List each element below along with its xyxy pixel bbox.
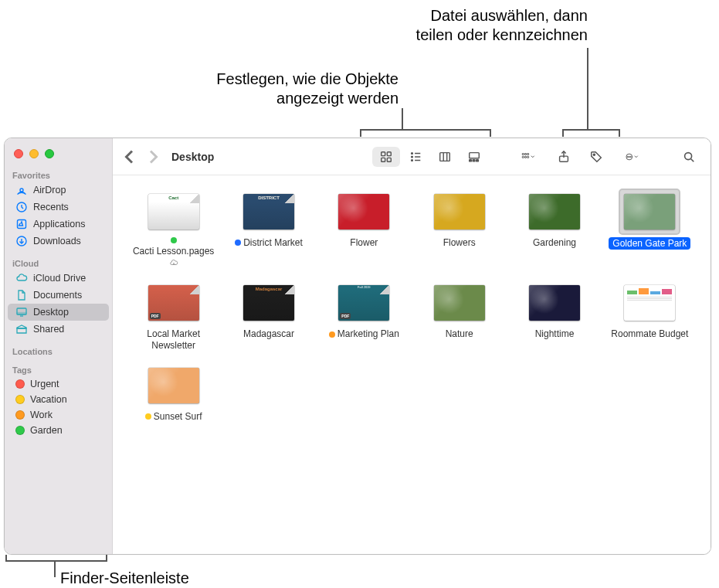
svg-point-33 [629, 156, 629, 157]
file-thumbnail: Fall 2019 PDF [334, 280, 394, 325]
back-button[interactable] [120, 148, 139, 166]
file-label-row: Sunset Surf [145, 411, 202, 422]
callout-line [360, 129, 491, 131]
sidebar-item-shared[interactable]: Shared [8, 321, 109, 338]
sidebar-tag-work[interactable]: Work [8, 407, 109, 423]
file-item[interactable]: Roommate Budget [605, 279, 695, 341]
tag-dot-icon [15, 379, 25, 389]
file-thumbnail [524, 189, 585, 234]
svg-point-32 [627, 156, 628, 157]
file-item[interactable]: DISTRICT District Market [223, 188, 314, 250]
forward-button[interactable] [144, 148, 162, 166]
callout-line [490, 129, 491, 137]
file-thumbnail: Cact [144, 189, 204, 234]
file-label: Flowers [443, 237, 476, 248]
file-label-row: Nighttime [535, 328, 575, 339]
file-label-row: Madagascar [243, 328, 294, 339]
file-item[interactable]: Golden Gate Park [605, 188, 695, 251]
sidebar-item-label: Desktop [33, 307, 69, 318]
svg-point-10 [412, 152, 413, 154]
callout-line [106, 555, 107, 562]
file-item[interactable]: Cact Cacti Lesson.pages [128, 188, 219, 270]
file-item[interactable]: Flower [319, 188, 409, 250]
minimize-button[interactable] [29, 149, 39, 158]
sidebar-tag-urgent[interactable]: Urgent [8, 376, 109, 392]
file-label-row: Roommate Budget [611, 328, 688, 339]
sidebar-header-locations: Locations [5, 342, 112, 358]
downloads-icon [15, 235, 28, 247]
sidebar-tag-vacation[interactable]: Vacation [8, 392, 109, 407]
tag-dot-icon [329, 331, 335, 338]
file-label-row: Gardening [533, 237, 576, 248]
more-actions-button[interactable] [615, 147, 649, 167]
svg-rect-28 [527, 156, 529, 158]
sidebar-item-label: iCloud Drive [33, 273, 86, 284]
file-area[interactable]: Cact Cacti Lesson.pages DISTRICT Distric… [113, 175, 711, 554]
file-label: Marketing Plan [337, 328, 399, 339]
tags-button[interactable] [582, 147, 610, 167]
search-button[interactable] [675, 147, 703, 167]
sidebar-header-tags: Tags [5, 361, 112, 376]
sidebar-item-documents[interactable]: Documents [8, 287, 109, 304]
callout-line [562, 129, 564, 137]
sidebar-tag-garden[interactable]: Garden [8, 423, 109, 438]
sidebar-item-applications[interactable]: Applications [8, 216, 109, 233]
svg-rect-9 [387, 158, 391, 161]
tag-dot-icon [235, 240, 241, 246]
callout-line [402, 108, 403, 129]
file-label-row: Flowers [443, 237, 476, 248]
file-item[interactable]: Madagascar Madagascar [223, 279, 314, 341]
tag-dot-icon [15, 395, 25, 404]
file-item[interactable]: Gardening [509, 188, 599, 250]
file-label-row: Marketing Plan [329, 328, 399, 339]
sidebar-item-airdrop[interactable]: AirDrop [8, 182, 109, 199]
svg-rect-27 [525, 156, 527, 158]
view-list-button[interactable] [402, 147, 429, 167]
file-item[interactable]: Nighttime [509, 279, 599, 341]
file-label: Nature [446, 328, 473, 339]
view-gallery-button[interactable] [460, 147, 488, 167]
file-thumbnail [334, 189, 394, 234]
close-button[interactable] [14, 149, 23, 158]
group-by-button[interactable] [511, 147, 545, 167]
sidebar-item-label: Downloads [33, 236, 81, 246]
callout-line [587, 48, 588, 129]
file-item[interactable]: Nature [414, 279, 504, 341]
svg-point-12 [412, 156, 413, 158]
file-label-row: Golden Gate Park [609, 237, 690, 250]
file-item[interactable]: Sunset Surf [128, 362, 219, 423]
sidebar-header-icloud: iCloud [5, 254, 112, 270]
callout-line [54, 560, 56, 577]
sidebar-item-recents[interactable]: Recents [8, 199, 109, 216]
share-button[interactable] [550, 147, 578, 167]
view-columns-button[interactable] [431, 147, 459, 167]
file-item[interactable]: PDF Local Market Newsletter [128, 279, 219, 352]
svg-rect-16 [440, 152, 450, 161]
window-controls [5, 143, 112, 166]
sidebar-item-label: Urgent [30, 379, 59, 389]
file-item[interactable]: Flowers [414, 188, 504, 250]
svg-point-35 [685, 152, 692, 159]
file-label-row: District Market [235, 237, 303, 248]
svg-line-36 [691, 158, 694, 161]
file-label: Flower [350, 237, 378, 248]
svg-point-34 [630, 156, 631, 157]
file-thumbnail [524, 280, 585, 325]
callout-line [562, 129, 620, 131]
finder-main: Desktop [113, 138, 711, 554]
tag-dot-icon [15, 426, 25, 435]
svg-rect-22 [477, 159, 479, 161]
zoom-button[interactable] [45, 149, 54, 158]
file-thumbnail [619, 189, 680, 234]
sidebar-item-downloads[interactable]: Downloads [8, 233, 109, 250]
callout-view-mode: Festlegen, wie die Objekte angezeigt wer… [216, 70, 399, 108]
file-label: Gardening [533, 237, 576, 248]
view-icons-button[interactable] [372, 147, 400, 167]
airdrop-icon [15, 184, 28, 196]
file-label-row: Flower [350, 237, 378, 248]
sidebar-item-desktop[interactable]: Desktop [8, 304, 109, 321]
svg-rect-26 [522, 156, 524, 158]
sidebar-item-icloud-drive[interactable]: iCloud Drive [8, 270, 109, 287]
file-item[interactable]: Fall 2019 PDF Marketing Plan [319, 279, 409, 341]
file-thumbnail [144, 363, 204, 408]
